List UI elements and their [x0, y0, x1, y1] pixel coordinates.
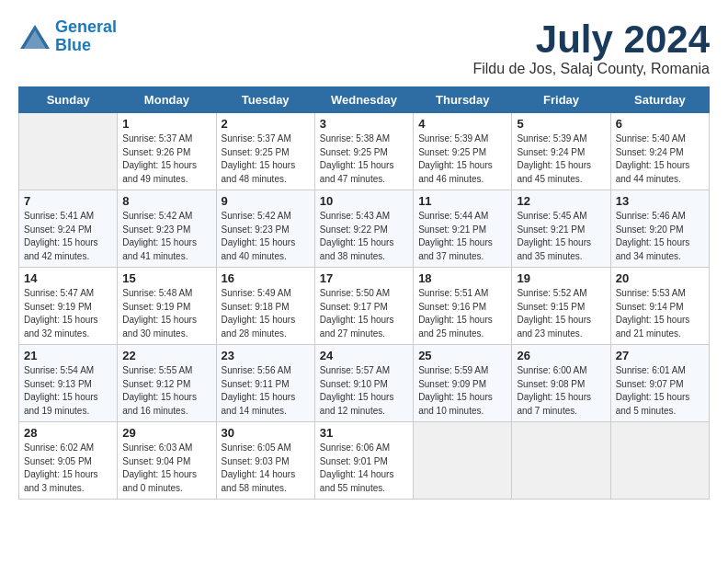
day-number: 11 [418, 194, 506, 208]
day-info: Sunrise: 5:50 AM Sunset: 9:17 PM Dayligh… [320, 287, 408, 340]
calendar-cell [610, 422, 709, 500]
day-number: 13 [616, 194, 704, 208]
calendar-cell [512, 422, 610, 500]
day-info: Sunrise: 5:57 AM Sunset: 9:10 PM Dayligh… [320, 364, 408, 418]
day-number: 4 [418, 117, 506, 131]
day-header-friday: Friday [512, 87, 610, 113]
calendar-cell: 9Sunrise: 5:42 AM Sunset: 9:23 PM Daylig… [216, 190, 314, 268]
calendar-header-row: SundayMondayTuesdayWednesdayThursdayFrid… [19, 87, 710, 113]
day-info: Sunrise: 5:54 AM Sunset: 9:13 PM Dayligh… [24, 364, 112, 418]
calendar-cell: 3Sunrise: 5:38 AM Sunset: 9:25 PM Daylig… [314, 113, 413, 190]
calendar-cell: 12Sunrise: 5:45 AM Sunset: 9:21 PM Dayli… [512, 190, 610, 268]
calendar-cell: 13Sunrise: 5:46 AM Sunset: 9:20 PM Dayli… [610, 190, 709, 268]
logo: General Blue [18, 18, 117, 55]
calendar-cell: 4Sunrise: 5:39 AM Sunset: 9:25 PM Daylig… [414, 113, 512, 190]
day-info: Sunrise: 6:05 AM Sunset: 9:03 PM Dayligh… [222, 442, 310, 495]
calendar-cell: 16Sunrise: 5:49 AM Sunset: 9:18 PM Dayli… [216, 268, 314, 345]
calendar-cell: 25Sunrise: 5:59 AM Sunset: 9:09 PM Dayli… [414, 345, 512, 422]
day-info: Sunrise: 5:39 AM Sunset: 9:24 PM Dayligh… [517, 132, 605, 186]
day-header-saturday: Saturday [610, 87, 709, 113]
day-info: Sunrise: 6:06 AM Sunset: 9:01 PM Dayligh… [320, 442, 408, 495]
day-number: 19 [517, 271, 605, 285]
day-number: 21 [24, 349, 112, 362]
calendar-cell: 14Sunrise: 5:47 AM Sunset: 9:19 PM Dayli… [19, 268, 118, 345]
day-number: 18 [418, 271, 506, 285]
day-number: 9 [222, 194, 310, 208]
day-info: Sunrise: 5:56 AM Sunset: 9:11 PM Dayligh… [222, 364, 310, 418]
day-info: Sunrise: 5:42 AM Sunset: 9:23 PM Dayligh… [122, 210, 210, 263]
calendar-cell: 24Sunrise: 5:57 AM Sunset: 9:10 PM Dayli… [314, 345, 413, 422]
day-number: 20 [616, 271, 704, 285]
day-number: 6 [616, 117, 704, 131]
day-number: 28 [24, 426, 112, 440]
day-info: Sunrise: 5:52 AM Sunset: 9:15 PM Dayligh… [517, 287, 605, 340]
calendar-cell: 27Sunrise: 6:01 AM Sunset: 9:07 PM Dayli… [610, 345, 709, 422]
calendar-cell: 28Sunrise: 6:02 AM Sunset: 9:05 PM Dayli… [19, 422, 118, 500]
calendar-cell: 19Sunrise: 5:52 AM Sunset: 9:15 PM Dayli… [512, 268, 610, 345]
calendar-cell: 26Sunrise: 6:00 AM Sunset: 9:08 PM Dayli… [512, 345, 610, 422]
month-title: July 2024 [472, 18, 710, 61]
day-info: Sunrise: 5:45 AM Sunset: 9:21 PM Dayligh… [517, 210, 605, 263]
day-number: 25 [418, 349, 506, 362]
day-number: 7 [24, 194, 112, 208]
day-info: Sunrise: 6:02 AM Sunset: 9:05 PM Dayligh… [24, 442, 112, 495]
calendar-cell: 21Sunrise: 5:54 AM Sunset: 9:13 PM Dayli… [19, 345, 118, 422]
calendar-cell: 29Sunrise: 6:03 AM Sunset: 9:04 PM Dayli… [118, 422, 216, 500]
calendar-cell: 8Sunrise: 5:42 AM Sunset: 9:23 PM Daylig… [118, 190, 216, 268]
calendar-week-row: 28Sunrise: 6:02 AM Sunset: 9:05 PM Dayli… [19, 422, 710, 500]
day-header-wednesday: Wednesday [314, 87, 413, 113]
day-number: 14 [24, 271, 112, 285]
logo-icon [18, 23, 51, 51]
day-info: Sunrise: 5:37 AM Sunset: 9:26 PM Dayligh… [122, 132, 210, 186]
calendar-week-row: 21Sunrise: 5:54 AM Sunset: 9:13 PM Dayli… [19, 345, 710, 422]
calendar-cell: 31Sunrise: 6:06 AM Sunset: 9:01 PM Dayli… [314, 422, 413, 500]
day-info: Sunrise: 5:47 AM Sunset: 9:19 PM Dayligh… [24, 287, 112, 340]
day-number: 27 [616, 349, 704, 362]
day-info: Sunrise: 5:38 AM Sunset: 9:25 PM Dayligh… [320, 132, 408, 186]
day-number: 10 [320, 194, 408, 208]
location: Fildu de Jos, Salaj County, Romania [472, 61, 710, 77]
calendar-cell: 22Sunrise: 5:55 AM Sunset: 9:12 PM Dayli… [118, 345, 216, 422]
calendar-table: SundayMondayTuesdayWednesdayThursdayFrid… [18, 86, 710, 500]
day-info: Sunrise: 5:59 AM Sunset: 9:09 PM Dayligh… [418, 364, 506, 418]
calendar-cell [414, 422, 512, 500]
day-info: Sunrise: 5:51 AM Sunset: 9:16 PM Dayligh… [418, 287, 506, 340]
day-info: Sunrise: 5:41 AM Sunset: 9:24 PM Dayligh… [24, 210, 112, 263]
day-info: Sunrise: 5:40 AM Sunset: 9:24 PM Dayligh… [616, 132, 704, 186]
day-number: 29 [122, 426, 210, 440]
day-number: 15 [122, 271, 210, 285]
day-number: 17 [320, 271, 408, 285]
day-number: 16 [222, 271, 310, 285]
day-number: 26 [517, 349, 605, 362]
calendar-cell: 30Sunrise: 6:05 AM Sunset: 9:03 PM Dayli… [216, 422, 314, 500]
day-number: 8 [122, 194, 210, 208]
calendar-cell: 15Sunrise: 5:48 AM Sunset: 9:19 PM Dayli… [118, 268, 216, 345]
day-number: 2 [222, 117, 310, 131]
calendar-week-row: 7Sunrise: 5:41 AM Sunset: 9:24 PM Daylig… [19, 190, 710, 268]
day-header-thursday: Thursday [414, 87, 512, 113]
calendar-cell: 20Sunrise: 5:53 AM Sunset: 9:14 PM Dayli… [610, 268, 709, 345]
calendar-cell: 6Sunrise: 5:40 AM Sunset: 9:24 PM Daylig… [610, 113, 709, 190]
day-info: Sunrise: 5:46 AM Sunset: 9:20 PM Dayligh… [616, 210, 704, 263]
calendar-cell: 10Sunrise: 5:43 AM Sunset: 9:22 PM Dayli… [314, 190, 413, 268]
day-info: Sunrise: 5:49 AM Sunset: 9:18 PM Dayligh… [222, 287, 310, 340]
day-header-sunday: Sunday [19, 87, 118, 113]
day-info: Sunrise: 5:39 AM Sunset: 9:25 PM Dayligh… [418, 132, 506, 186]
calendar-cell: 5Sunrise: 5:39 AM Sunset: 9:24 PM Daylig… [512, 113, 610, 190]
day-info: Sunrise: 5:44 AM Sunset: 9:21 PM Dayligh… [418, 210, 506, 263]
day-header-tuesday: Tuesday [216, 87, 314, 113]
day-header-monday: Monday [118, 87, 216, 113]
logo-text: General Blue [55, 18, 117, 55]
calendar-cell: 1Sunrise: 5:37 AM Sunset: 9:26 PM Daylig… [118, 113, 216, 190]
day-info: Sunrise: 5:43 AM Sunset: 9:22 PM Dayligh… [320, 210, 408, 263]
day-info: Sunrise: 5:42 AM Sunset: 9:23 PM Dayligh… [222, 210, 310, 263]
day-number: 3 [320, 117, 408, 131]
day-number: 30 [222, 426, 310, 440]
day-info: Sunrise: 6:03 AM Sunset: 9:04 PM Dayligh… [122, 442, 210, 495]
page-header: General Blue July 2024 Fildu de Jos, Sal… [18, 18, 710, 77]
day-number: 23 [222, 349, 310, 362]
day-info: Sunrise: 5:37 AM Sunset: 9:25 PM Dayligh… [222, 132, 310, 186]
day-number: 1 [122, 117, 210, 131]
title-area: July 2024 Fildu de Jos, Salaj County, Ro… [472, 18, 710, 77]
calendar-cell: 23Sunrise: 5:56 AM Sunset: 9:11 PM Dayli… [216, 345, 314, 422]
